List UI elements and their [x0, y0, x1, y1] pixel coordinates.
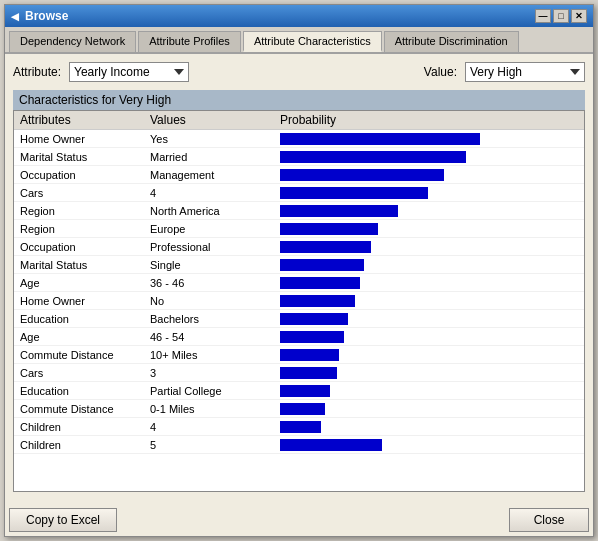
value-label: Value:: [424, 65, 457, 79]
cell-value: Europe: [144, 220, 274, 238]
window-title: Browse: [25, 9, 535, 23]
value-dropdown[interactable]: Very High: [465, 62, 585, 82]
cell-value: Management: [144, 166, 274, 184]
close-button[interactable]: Close: [509, 508, 589, 532]
table-row: Marital Status Married: [14, 148, 584, 166]
cell-attribute: Occupation: [14, 238, 144, 256]
cell-probability: [274, 382, 584, 400]
table-header-row: Attributes Values Probability: [14, 111, 584, 130]
cell-value: 10+ Miles: [144, 346, 274, 364]
tab-attribute-profiles[interactable]: Attribute Profiles: [138, 31, 241, 52]
table-row: Home Owner Yes: [14, 130, 584, 148]
cell-probability: [274, 256, 584, 274]
cell-attribute: Commute Distance: [14, 400, 144, 418]
table-row: Children 4: [14, 418, 584, 436]
cell-attribute: Region: [14, 220, 144, 238]
cell-probability: [274, 418, 584, 436]
cell-probability: [274, 274, 584, 292]
col-header-probability: Probability: [274, 111, 584, 130]
table-row: Commute Distance 0-1 Miles: [14, 400, 584, 418]
cell-probability: [274, 292, 584, 310]
cell-attribute: Cars: [14, 184, 144, 202]
cell-probability: [274, 220, 584, 238]
cell-attribute: Marital Status: [14, 256, 144, 274]
table-row: Education Bachelors: [14, 310, 584, 328]
cell-attribute: Marital Status: [14, 148, 144, 166]
cell-value: No: [144, 292, 274, 310]
col-header-values: Values: [144, 111, 274, 130]
minimize-button[interactable]: —: [535, 9, 551, 23]
cell-probability: [274, 238, 584, 256]
cell-value: 0-1 Miles: [144, 400, 274, 418]
cell-attribute: Children: [14, 418, 144, 436]
window-controls: — □ ✕: [535, 9, 587, 23]
cell-probability: [274, 310, 584, 328]
cell-probability: [274, 130, 584, 148]
cell-attribute: Home Owner: [14, 130, 144, 148]
tab-bar: Dependency Network Attribute Profiles At…: [5, 27, 593, 54]
cell-attribute: Children: [14, 436, 144, 454]
cell-probability: [274, 166, 584, 184]
table-row: Children 5: [14, 436, 584, 454]
content-area: Attribute: Yearly Income Value: Very Hig…: [5, 54, 593, 500]
table-row: Cars 3: [14, 364, 584, 382]
cell-probability: [274, 202, 584, 220]
cell-probability: [274, 364, 584, 382]
col-header-attributes: Attributes: [14, 111, 144, 130]
cell-attribute: Education: [14, 310, 144, 328]
attribute-label: Attribute:: [13, 65, 61, 79]
characteristics-table: Attributes Values Probability Home Owner…: [14, 111, 584, 454]
cell-probability: [274, 328, 584, 346]
table-row: Cars 4: [14, 184, 584, 202]
cell-value: Single: [144, 256, 274, 274]
cell-attribute: Age: [14, 274, 144, 292]
copy-to-excel-button[interactable]: Copy to Excel: [9, 508, 117, 532]
table-row: Age 46 - 54: [14, 328, 584, 346]
table-row: Occupation Professional: [14, 238, 584, 256]
cell-value: Bachelors: [144, 310, 274, 328]
tab-attribute-discrimination[interactable]: Attribute Discrimination: [384, 31, 519, 52]
table-row: Occupation Management: [14, 166, 584, 184]
cell-value: Professional: [144, 238, 274, 256]
close-window-button[interactable]: ✕: [571, 9, 587, 23]
cell-probability: [274, 400, 584, 418]
cell-value: 4: [144, 418, 274, 436]
attribute-dropdown[interactable]: Yearly Income: [69, 62, 189, 82]
controls-row: Attribute: Yearly Income Value: Very Hig…: [13, 62, 585, 82]
cell-attribute: Home Owner: [14, 292, 144, 310]
table-row: Home Owner No: [14, 292, 584, 310]
cell-value: 36 - 46: [144, 274, 274, 292]
cell-value: 5: [144, 436, 274, 454]
value-controls: Value: Very High: [424, 62, 585, 82]
cell-attribute: Age: [14, 328, 144, 346]
maximize-button[interactable]: □: [553, 9, 569, 23]
table-row: Region Europe: [14, 220, 584, 238]
cell-probability: [274, 184, 584, 202]
cell-value: Partial College: [144, 382, 274, 400]
table-row: Marital Status Single: [14, 256, 584, 274]
cell-probability: [274, 148, 584, 166]
cell-value: 3: [144, 364, 274, 382]
tab-dependency-network[interactable]: Dependency Network: [9, 31, 136, 52]
cell-value: North America: [144, 202, 274, 220]
section-header: Characteristics for Very High: [13, 90, 585, 110]
title-bar: ◀ Browse — □ ✕: [5, 5, 593, 27]
footer: Copy to Excel Close: [5, 500, 593, 536]
cell-value: Yes: [144, 130, 274, 148]
cell-attribute: Education: [14, 382, 144, 400]
cell-attribute: Occupation: [14, 166, 144, 184]
cell-probability: [274, 346, 584, 364]
table-row: Region North America: [14, 202, 584, 220]
cell-value: 46 - 54: [144, 328, 274, 346]
table-row: Commute Distance 10+ Miles: [14, 346, 584, 364]
cell-value: Married: [144, 148, 274, 166]
window-icon: ◀: [11, 11, 19, 22]
table-row: Age 36 - 46: [14, 274, 584, 292]
cell-attribute: Region: [14, 202, 144, 220]
cell-value: 4: [144, 184, 274, 202]
tab-attribute-characteristics[interactable]: Attribute Characteristics: [243, 31, 382, 52]
cell-probability: [274, 436, 584, 454]
table-container[interactable]: Attributes Values Probability Home Owner…: [13, 110, 585, 492]
cell-attribute: Cars: [14, 364, 144, 382]
main-window: ◀ Browse — □ ✕ Dependency Network Attrib…: [4, 4, 594, 537]
